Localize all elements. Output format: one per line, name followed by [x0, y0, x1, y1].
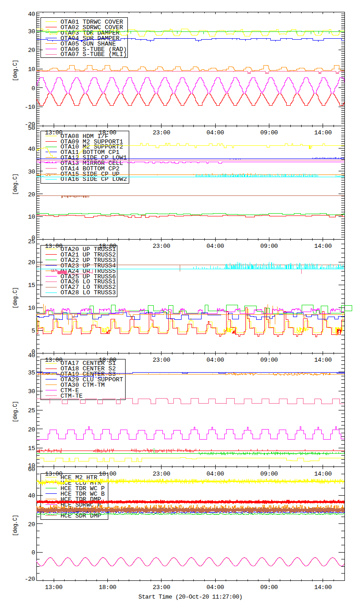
svg-text:30: 30: [28, 28, 35, 35]
svg-text:30: 30: [28, 169, 35, 175]
svg-text:04:00: 04:00: [207, 129, 224, 136]
svg-text:15: 15: [28, 445, 35, 452]
svg-text:09:00: 09:00: [260, 357, 278, 364]
svg-text:40: 40: [28, 146, 35, 153]
svg-text:18:00: 18:00: [99, 243, 116, 250]
svg-text:20: 20: [28, 47, 35, 54]
svg-text:04:00: 04:00: [207, 357, 224, 364]
svg-text:Start Time (20-Oct-20 11:27:00: Start Time (20-Oct-20 11:27:00): [138, 594, 242, 600]
svg-text:14:00: 14:00: [314, 584, 332, 591]
svg-text:23:00: 23:00: [152, 129, 170, 136]
svg-text:HCE SDR DMP: HCE SDR DMP: [61, 512, 101, 519]
svg-text:[deg.C]: [deg.C]: [12, 515, 19, 536]
svg-text:-10: -10: [25, 104, 35, 111]
svg-text:13:00: 13:00: [45, 471, 63, 477]
svg-text:23:00: 23:00: [152, 471, 170, 477]
svg-text:50: 50: [28, 125, 35, 132]
svg-text:23:00: 23:00: [152, 584, 170, 591]
svg-text:23:00: 23:00: [152, 357, 170, 364]
svg-text:15: 15: [28, 282, 35, 289]
svg-text:20: 20: [28, 259, 35, 266]
svg-text:13:00: 13:00: [45, 584, 63, 591]
svg-text:09:00: 09:00: [260, 584, 278, 591]
svg-text:5: 5: [31, 328, 35, 334]
svg-text:40: 40: [28, 11, 35, 18]
svg-text:09:00: 09:00: [260, 129, 278, 136]
svg-text:60: 60: [28, 466, 35, 473]
svg-text:10: 10: [28, 305, 35, 312]
svg-text:13:00: 13:00: [45, 357, 63, 364]
svg-text:14:00: 14:00: [314, 357, 332, 364]
svg-text:25: 25: [28, 238, 35, 245]
svg-text:40: 40: [28, 492, 35, 499]
svg-text:20: 20: [28, 426, 35, 433]
svg-text:0: 0: [31, 549, 35, 556]
svg-text:30: 30: [28, 388, 35, 395]
svg-text:18:00: 18:00: [99, 584, 116, 591]
svg-text:14:00: 14:00: [314, 129, 332, 136]
svg-text:[deg.C]: [deg.C]: [12, 401, 19, 422]
svg-text:09:00: 09:00: [260, 243, 278, 250]
svg-text:14:00: 14:00: [314, 471, 332, 477]
svg-text:04:00: 04:00: [207, 471, 224, 477]
svg-text:[deg.C]: [deg.C]: [12, 174, 19, 195]
svg-text:10: 10: [28, 66, 35, 73]
svg-text:OTA07 S-TUBE (MLI): OTA07 S-TUBE (MLI): [61, 51, 127, 58]
svg-text:[deg.C]: [deg.C]: [12, 287, 19, 309]
svg-text:CTM-TE: CTM-TE: [61, 393, 83, 400]
svg-text:OTA28 LO TRUSS3: OTA28 LO TRUSS3: [61, 289, 116, 296]
svg-text:10: 10: [28, 214, 35, 220]
svg-text:18:00: 18:00: [99, 357, 116, 364]
svg-text:09:00: 09:00: [260, 471, 278, 477]
svg-text:13:00: 13:00: [45, 243, 63, 250]
svg-text:25: 25: [28, 407, 35, 414]
svg-text:13:00: 13:00: [45, 129, 63, 136]
svg-text:18:00: 18:00: [99, 471, 116, 477]
svg-text:40: 40: [28, 352, 35, 359]
svg-text:23:00: 23:00: [152, 243, 170, 250]
svg-text:-20: -20: [25, 576, 35, 583]
svg-text:04:00: 04:00: [207, 243, 224, 250]
svg-text:20: 20: [28, 191, 35, 198]
svg-text:18:00: 18:00: [99, 129, 116, 136]
svg-text:0: 0: [31, 85, 35, 92]
svg-text:20: 20: [28, 521, 35, 528]
svg-text:35: 35: [28, 369, 35, 376]
svg-text:[deg.C]: [deg.C]: [12, 60, 19, 81]
svg-text:14:00: 14:00: [314, 243, 332, 250]
svg-text:04:00: 04:00: [207, 584, 224, 591]
